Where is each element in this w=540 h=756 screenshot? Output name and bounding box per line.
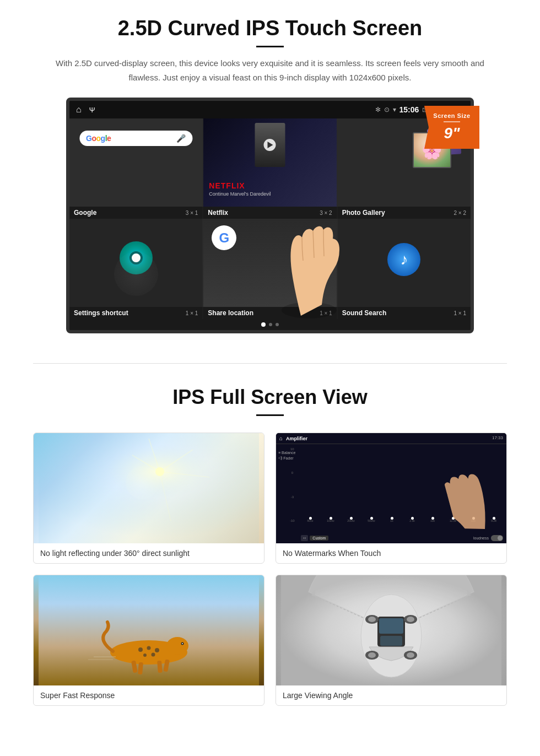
amplifier-image: ⌂ Amplifier 17:33 ≡ Balance ◁) Fader [276,433,506,543]
eq-dot [330,517,332,520]
gallery-app-name: Photo Gallery [342,209,385,217]
dot-2[interactable] [269,323,272,326]
status-time: 15:06 [399,105,419,114]
hand-illustration [273,222,345,323]
sunlight-card: No light reflecting under 360° direct su… [33,433,264,564]
hand-svg [273,222,345,321]
wifi-icon: ▾ [393,106,396,114]
home-icon[interactable]: ⌂ [76,105,82,115]
screen-size-badge: Screen Size 9" [424,106,479,149]
amp-nav-btns: ‹‹ Custom [301,535,328,541]
amplifier-caption: No Watermarks When Touch [276,543,506,563]
settings-label: Settings shortcut 1 × 1 [69,307,202,319]
sunlight-image [34,433,264,543]
svg-point-41 [407,652,414,658]
y-10: 10 [290,447,295,451]
svg-point-14 [155,648,159,652]
eq-bar-1k: 1k [382,518,401,522]
svg-point-24 [182,643,183,644]
google-search-bar[interactable]: Google 🎤 [79,131,192,146]
amp-header: ⌂ Amplifier 17:33 [276,433,506,444]
amp-home-icon: ⌂ [279,435,283,441]
google-g-text: G [219,230,229,246]
sunlight-caption: No light reflecting under 360° direct su… [34,543,264,563]
amp-custom-btn[interactable]: Custom [310,536,328,541]
svg-point-38 [368,617,376,622]
share-app-cell[interactable]: G [203,219,336,307]
netflix-app-cell[interactable]: NETFLIX Continue Marvel's Daredevil [203,118,336,207]
music-note-icon: ♪ [400,251,408,268]
svg-point-16 [152,653,155,657]
svg-point-15 [143,654,147,657]
google-app-cell[interactable]: Google 🎤 [69,118,202,207]
status-bar: ⌂ Ψ ✻ ⊙ ▾ 15:06 ⊡ ◁) ⊠ ▭ ↩ [69,101,471,118]
app-labels-top: Google 3 × 1 Netflix 3 × 2 Photo Gallery… [69,207,471,219]
amp-title: Amplifier [286,436,307,441]
location-icon: ⊙ [384,106,390,114]
usb-icon: Ψ [89,106,95,114]
car-card: Large Viewing Angle [276,575,507,706]
y-axis: 10 0 -3 -10 [290,447,295,522]
car-caption: Large Viewing Angle [276,685,506,705]
svg-rect-1 [39,433,259,543]
sound-label: Sound Search 1 × 1 [338,307,471,319]
y-neg3: -3 [290,495,295,499]
svg-point-17 [166,637,188,655]
image-grid: No light reflecting under 360° direct su… [33,433,507,706]
app-labels-bottom: Settings shortcut 1 × 1 Share location 1… [69,307,471,319]
section1-underline [256,46,284,47]
mic-icon[interactable]: 🎤 [176,134,186,143]
section1: 2.5D Curved IPS Touch Screen With 2.5D c… [0,0,540,347]
amplifier-card: ⌂ Amplifier 17:33 ≡ Balance ◁) Fader [276,433,507,564]
settings-app-cell[interactable] [69,219,202,307]
device-mockup: ⌂ Ψ ✻ ⊙ ▾ 15:06 ⊡ ◁) ⊠ ▭ ↩ [66,98,474,333]
netflix-app-name: Netflix [208,209,228,217]
gallery-app-size: 2 × 2 [453,210,466,216]
light-rays-svg [34,433,264,543]
section2-underline [256,414,284,416]
cheetah-svg [34,575,264,685]
eq-dot [391,517,393,520]
eq-bar-100hz: 100hz [321,518,340,522]
svg-rect-32 [379,618,403,634]
section1-description: With 2.5D curved-display screen, this de… [50,56,490,84]
section2-title: IPS Full Screen View [33,386,507,409]
netflix-thumbnail [255,123,285,167]
settings-app-size: 1 × 1 [186,310,198,316]
gear-shadow [114,252,158,296]
app-grid-bottom: G [69,219,471,307]
amplifier-ui: ⌂ Amplifier 17:33 ≡ Balance ◁) Fader [276,433,506,543]
status-bar-left: ⌂ Ψ [76,105,95,115]
y-0: 0 [290,471,295,474]
dot-1[interactable] [261,322,266,327]
google-app-name: Google [74,209,96,217]
google-label: Google 3 × 1 [69,207,202,219]
amp-prev-btn[interactable]: ‹‹ [301,535,308,541]
svg-rect-33 [380,636,402,646]
gallery-label: Photo Gallery 2 × 2 [338,207,471,219]
share-app-name: Share location [208,309,253,317]
settings-app-name: Settings shortcut [74,309,128,317]
svg-rect-8 [39,575,259,647]
badge-size: 9" [432,125,472,142]
amp-status-icons: 17:33 [492,435,503,441]
amp-time: 17:33 [492,435,503,440]
pagination-dots [69,319,471,330]
sound-app-size: 1 × 1 [453,310,466,316]
sound-app-cell[interactable]: ♪ [338,219,471,307]
play-button[interactable] [264,139,276,151]
app-grid-top: Google 🎤 [69,118,471,207]
play-triangle-icon [268,142,273,148]
eq-bar-500hz: 500hz [362,518,381,522]
google-logo: Google [86,134,111,143]
section1-title: 2.5D Curved IPS Touch Screen [33,17,507,40]
car-svg [276,575,506,685]
netflix-logo: NETFLIX [209,181,245,190]
car-image [276,575,506,685]
eq-bar-200hz: 200hz [342,518,360,522]
y-neg10: -10 [290,519,295,522]
google-app-size: 3 × 1 [186,210,198,216]
bluetooth-icon: ✻ [375,106,381,114]
svg-point-12 [138,647,143,652]
eq-dot [370,517,373,520]
